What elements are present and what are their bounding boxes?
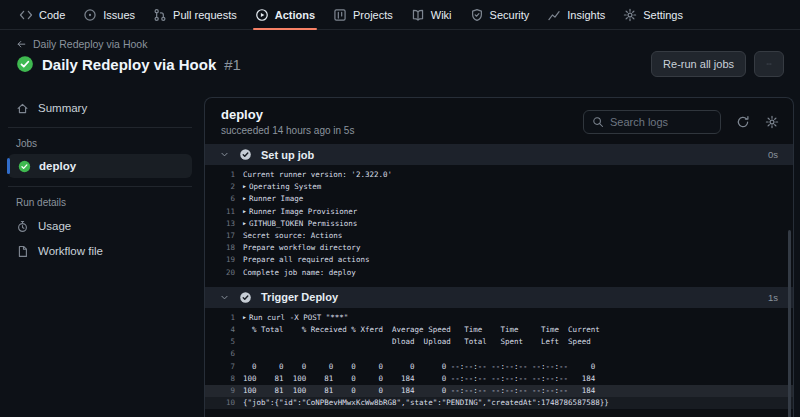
log-line[interactable]: 8100 81 100 81 0 0 184 0 --:--:-- --:--:…: [205, 373, 793, 385]
nav-item-actions[interactable]: Actions: [246, 0, 324, 29]
sidebar-item-usage[interactable]: Usage: [0, 215, 200, 237]
log-settings-gear-icon[interactable]: [765, 115, 779, 129]
log-line[interactable]: 7 0 0 0 0 0 0 0 0 --:--:-- --:--:-- --:-…: [205, 361, 793, 373]
home-icon: [16, 102, 29, 115]
expand-group-icon[interactable]: ▶: [243, 192, 246, 204]
repo-nav: CodeIssuesPull requestsActionsProjectsWi…: [0, 0, 800, 30]
check-circle-green-icon: [18, 160, 31, 173]
log-line[interactable]: 13▶GITHUB_TOKEN Permissions: [205, 218, 793, 230]
nav-item-wiki[interactable]: Wiki: [402, 0, 461, 29]
log-text: 100 81 100 81 0 0 184 0 --:--:-- --:--:-…: [243, 373, 595, 385]
step-name: Set up job: [261, 149, 314, 161]
nav-item-code[interactable]: Code: [10, 0, 74, 29]
log-text: Dload Upload Total Spent Left Speed: [243, 336, 591, 348]
log-text: 100 81 100 81 0 0 184 0 --:--:-- --:--:-…: [243, 385, 595, 397]
job-label: deploy: [39, 160, 76, 172]
chevron-down-icon: [219, 292, 230, 303]
step-header-trigger-deploy[interactable]: Trigger Deploy1s: [205, 287, 793, 308]
line-number[interactable]: 6: [205, 193, 243, 205]
step-lines: 1Current runner version: '2.322.0'2▶Oper…: [205, 165, 793, 283]
expand-group-icon[interactable]: ▶: [243, 180, 246, 192]
log-line[interactable]: 18Prepare workflow directory: [205, 242, 793, 254]
line-number[interactable]: 5: [205, 336, 243, 348]
log-text: Secret source: Actions: [243, 230, 342, 242]
log-line[interactable]: 20Complete job name: deploy: [205, 267, 793, 279]
log-line[interactable]: 17Secret source: Actions: [205, 230, 793, 242]
search-logs-input[interactable]: [610, 116, 712, 128]
nav-item-label: Actions: [275, 9, 315, 21]
log-text: % Total % Received % Xferd Average Speed…: [243, 324, 600, 336]
log-text: Current runner version: '2.322.0': [243, 169, 392, 181]
job-name: deploy: [221, 107, 354, 122]
nav-item-projects[interactable]: Projects: [324, 0, 402, 29]
file-icon: [16, 245, 29, 258]
log-line[interactable]: 1▶Run curl -X POST "***": [205, 312, 793, 324]
log-line[interactable]: 4 % Total % Received % Xferd Average Spe…: [205, 324, 793, 336]
log-line[interactable]: 5 Dload Upload Total Spent Left Speed: [205, 336, 793, 348]
line-number[interactable]: 13: [205, 218, 243, 230]
line-number[interactable]: 9: [205, 385, 243, 397]
log-text: 0 0 0 0 0 0 0 0 --:--:-- --:--:-- --:--:…: [243, 361, 595, 373]
sidebar-job-deploy[interactable]: deploy: [8, 154, 192, 178]
line-number[interactable]: 17: [205, 230, 243, 242]
line-number[interactable]: 4: [205, 324, 243, 336]
log-line[interactable]: 1Current runner version: '2.322.0': [205, 169, 793, 181]
log-line[interactable]: 6▶Runner Image: [205, 193, 793, 205]
nav-item-label: Projects: [353, 9, 393, 21]
log-scrollbar[interactable]: [788, 230, 791, 417]
log-line[interactable]: 11▶Runner Image Provisioner: [205, 206, 793, 218]
nav-item-pull-requests[interactable]: Pull requests: [144, 0, 246, 29]
line-number[interactable]: 11: [205, 206, 243, 218]
line-number[interactable]: 8: [205, 373, 243, 385]
rerun-all-jobs-button[interactable]: Re-run all jobs: [651, 51, 746, 77]
sidebar-item-label: Usage: [38, 220, 71, 232]
step-trigger-deploy: Trigger Deploy1s1▶Run curl -X POST "***"…: [205, 287, 793, 414]
expand-group-icon[interactable]: ▶: [243, 217, 246, 229]
nav-item-insights[interactable]: Insights: [538, 0, 614, 29]
line-number[interactable]: 18: [205, 242, 243, 254]
nav-item-issues[interactable]: Issues: [74, 0, 144, 29]
log-line[interactable]: 10{"job":{"id":"CoNPBevHMwxKcWw8bRG8","s…: [205, 397, 793, 409]
log-line[interactable]: 19Prepare all required actions: [205, 254, 793, 266]
line-number[interactable]: 6: [205, 348, 243, 360]
line-number[interactable]: 2: [205, 181, 243, 193]
wiki-icon: [411, 8, 425, 22]
expand-group-icon[interactable]: ▶: [243, 311, 246, 323]
job-log-panel: deploy succeeded 14 hours ago in 5s Set …: [200, 88, 800, 417]
log-text: ▶Operating System: [243, 181, 321, 193]
job-panel-header: deploy succeeded 14 hours ago in 5s: [205, 98, 793, 144]
nav-item-label: Code: [39, 9, 65, 21]
sidebar-item-workflow-file[interactable]: Workflow file: [0, 240, 200, 262]
log-text: ▶GITHUB_TOKEN Permissions: [243, 218, 357, 230]
sidebar-item-summary[interactable]: Summary: [0, 97, 200, 119]
search-logs-box[interactable]: [583, 110, 721, 134]
expand-group-icon[interactable]: ▶: [243, 205, 246, 217]
line-number[interactable]: 1: [205, 169, 243, 181]
refresh-icon[interactable]: [736, 115, 750, 129]
nav-item-security[interactable]: Security: [461, 0, 539, 29]
arrow-left-icon: [16, 39, 27, 50]
line-number[interactable]: 1: [205, 312, 243, 324]
check-circle-step-icon: [239, 148, 252, 161]
line-number[interactable]: 19: [205, 254, 243, 266]
breadcrumb[interactable]: Daily Redeploy via Hook: [16, 38, 241, 50]
kebab-menu-button[interactable]: [754, 51, 784, 77]
nav-item-label: Wiki: [431, 9, 452, 21]
breadcrumb-label: Daily Redeploy via Hook: [33, 38, 147, 50]
play-circle-icon: [255, 8, 269, 22]
step-header-set-up-job[interactable]: Set up job0s: [205, 144, 793, 165]
log-line[interactable]: 2▶Operating System: [205, 181, 793, 193]
page-title: Daily Redeploy via Hook: [42, 56, 216, 73]
log-line[interactable]: 6: [205, 348, 793, 360]
nav-item-label: Security: [490, 9, 530, 21]
line-number[interactable]: 7: [205, 361, 243, 373]
line-number[interactable]: 10: [205, 397, 243, 409]
nav-item-label: Settings: [643, 9, 683, 21]
check-circle-green-icon: [16, 55, 34, 73]
line-number[interactable]: 20: [205, 267, 243, 279]
run-number: #1: [224, 56, 241, 73]
job-status-line: succeeded 14 hours ago in 5s: [221, 125, 354, 136]
actions-run-page: CodeIssuesPull requestsActionsProjectsWi…: [0, 0, 800, 417]
log-line[interactable]: 9100 81 100 81 0 0 184 0 --:--:-- --:--:…: [205, 385, 793, 397]
nav-item-settings[interactable]: Settings: [614, 0, 692, 29]
